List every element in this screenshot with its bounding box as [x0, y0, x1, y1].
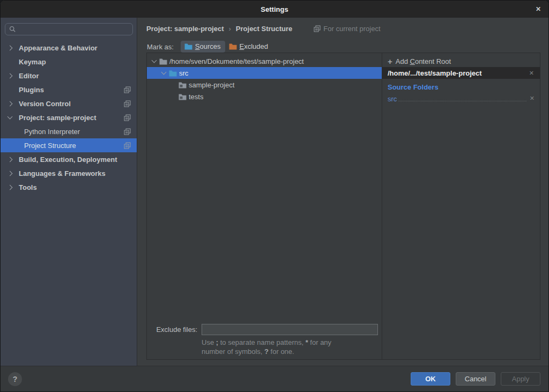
- sidebar-item-label: Tools: [19, 183, 131, 191]
- breadcrumb: Project: sample-project › Project Struct…: [146, 22, 381, 35]
- main-area: Project: sample-project › Project Struct…: [138, 18, 548, 367]
- sidebar-item-version-control[interactable]: Version Control: [1, 97, 137, 110]
- question-mark-icon: ?: [13, 375, 18, 383]
- sidebar-item-appearance-behavior[interactable]: Appearance & Behavior: [1, 41, 137, 55]
- search-input[interactable]: [16, 25, 132, 33]
- dialog-content: Appearance & Behavior Keymap Editor Plug…: [1, 18, 548, 367]
- directory-tree: /home/sven/Dokumente/test/sample-project…: [147, 53, 382, 102]
- tree-row-tests[interactable]: tests: [147, 91, 382, 102]
- chevron-right-icon: [8, 157, 13, 162]
- sidebar-item-project-sample-project[interactable]: Project: sample-project: [1, 110, 137, 124]
- sidebar-item-label: Appearance & Behavior: [19, 44, 131, 52]
- exclude-files-label: Exclude files:: [147, 326, 197, 334]
- window-title: Settings: [261, 5, 288, 13]
- tree-row-label: src: [179, 69, 188, 77]
- search-icon: [9, 26, 16, 33]
- source-folder-icon: [184, 43, 192, 50]
- breadcrumb-separator-icon: ›: [229, 25, 231, 33]
- folder-icon: [159, 58, 167, 65]
- chevron-right-icon: [8, 45, 13, 50]
- source-folder-icon: [169, 70, 177, 77]
- chevron-right-icon: [8, 184, 13, 190]
- chevron-down-icon[interactable]: [151, 58, 157, 63]
- tree-row-src[interactable]: src: [147, 67, 382, 79]
- chevron-right-icon: [8, 171, 13, 176]
- breadcrumb-project[interactable]: Project: sample-project: [146, 25, 224, 33]
- settings-badge-icon: [124, 142, 131, 149]
- project-structure-panel: /home/sven/Dokumente/test/sample-project…: [146, 53, 540, 360]
- titlebar: Settings ✕: [1, 1, 548, 18]
- folder-icon: [179, 82, 187, 88]
- footer-buttons: OK Cancel Apply: [411, 372, 540, 386]
- add-content-root-button[interactable]: + Add Content Root: [382, 55, 540, 67]
- sidebar-item-build-execution-deployment[interactable]: Build, Execution, Deployment: [1, 152, 137, 166]
- settings-badge-icon: [124, 86, 131, 93]
- apply-button[interactable]: Apply: [501, 372, 540, 386]
- remove-source-folder-icon[interactable]: ✕: [529, 94, 536, 103]
- sidebar-item-label: Build, Execution, Deployment: [19, 156, 131, 164]
- sidebar-item-label: Editor: [19, 72, 131, 80]
- mark-excluded-button[interactable]: Excluded: [225, 41, 272, 53]
- breadcrumb-page: Project Structure: [236, 25, 292, 33]
- tree-row-label: /home/sven/Dokumente/test/sample-project: [169, 57, 304, 65]
- exclude-files-row: Exclude files:: [147, 323, 382, 336]
- tree-row-label: sample-project: [189, 81, 234, 89]
- content-root-detail-pane: + Add Content Root /home/.../test/sample…: [382, 53, 540, 359]
- scope-note-text: For current project: [323, 25, 380, 33]
- remove-content-root-icon[interactable]: ✕: [528, 69, 535, 78]
- exclude-files-hint: Use ; to separate name patterns, * for a…: [202, 338, 331, 356]
- content-root-tree-pane: /home/sven/Dokumente/test/sample-project…: [147, 53, 382, 359]
- mark-excluded-label: Excluded: [240, 42, 268, 50]
- tree-row-sample-project[interactable]: sample-project: [147, 79, 382, 91]
- help-button[interactable]: ?: [8, 372, 22, 386]
- sidebar-item-label: Plugins: [19, 86, 124, 94]
- settings-dialog: Settings ✕ Appearance & Behavior Key: [0, 0, 549, 392]
- close-icon[interactable]: ✕: [533, 4, 543, 14]
- content-root-entry[interactable]: /home/.../test/sample-project ✕: [382, 67, 540, 79]
- settings-sidebar: Appearance & Behavior Keymap Editor Plug…: [1, 18, 137, 367]
- tree-row-content-root[interactable]: /home/sven/Dokumente/test/sample-project: [147, 55, 382, 67]
- sidebar-item-python-interpreter[interactable]: Python Interpreter: [1, 124, 137, 138]
- ok-button[interactable]: OK: [411, 372, 450, 386]
- dialog-footer: ? OK Cancel Apply: [1, 366, 548, 391]
- sidebar-item-label: Keymap: [19, 58, 131, 66]
- sidebar-item-plugins[interactable]: Plugins: [1, 83, 137, 97]
- source-folder-name: src: [388, 95, 397, 103]
- chevron-down-icon[interactable]: [161, 70, 166, 75]
- sidebar-item-tools[interactable]: Tools: [1, 180, 137, 194]
- add-content-root-label: Add Content Root: [396, 57, 451, 65]
- cancel-button[interactable]: Cancel: [456, 372, 495, 386]
- mark-as-label: Mark as:: [147, 43, 174, 51]
- sidebar-item-label: Project Structure: [24, 142, 124, 150]
- scope-note: For current project: [314, 25, 380, 33]
- chevron-down-icon: [8, 114, 13, 120]
- settings-badge-icon: [124, 100, 131, 107]
- chevron-right-icon: [8, 73, 13, 78]
- source-folder-entry[interactable]: src ✕: [388, 93, 536, 103]
- mark-as-toolbar: Mark as: Sources Excluded: [147, 40, 272, 54]
- sidebar-item-editor[interactable]: Editor: [1, 69, 137, 83]
- settings-badge-icon: [124, 114, 131, 121]
- settings-badge-icon: [124, 128, 131, 135]
- dotted-leader: [398, 101, 526, 101]
- sidebar-item-languages-frameworks[interactable]: Languages & Frameworks: [1, 166, 137, 180]
- sidebar-item-keymap[interactable]: Keymap: [1, 55, 137, 69]
- plus-icon: +: [388, 57, 392, 65]
- sidebar-item-label: Languages & Frameworks: [19, 169, 131, 177]
- tree-row-label: tests: [189, 93, 203, 101]
- sidebar-item-project-structure[interactable]: Project Structure: [1, 138, 137, 152]
- sidebar-item-label: Project: sample-project: [19, 114, 124, 122]
- mark-sources-label: Sources: [195, 42, 221, 50]
- settings-nav: Appearance & Behavior Keymap Editor Plug…: [1, 41, 137, 194]
- sidebar-item-label: Python Interpreter: [24, 128, 124, 136]
- excluded-folder-icon: [229, 43, 237, 50]
- folder-icon: [179, 93, 187, 100]
- content-root-path: /home/.../test/sample-project: [388, 69, 528, 77]
- settings-badge-icon: [314, 25, 321, 32]
- source-folders-title: Source Folders: [388, 83, 439, 91]
- mark-sources-button[interactable]: Sources: [181, 41, 225, 53]
- exclude-files-input[interactable]: [202, 324, 378, 335]
- settings-search-box[interactable]: [5, 23, 133, 35]
- sidebar-item-label: Version Control: [19, 100, 124, 108]
- chevron-right-icon: [8, 101, 13, 106]
